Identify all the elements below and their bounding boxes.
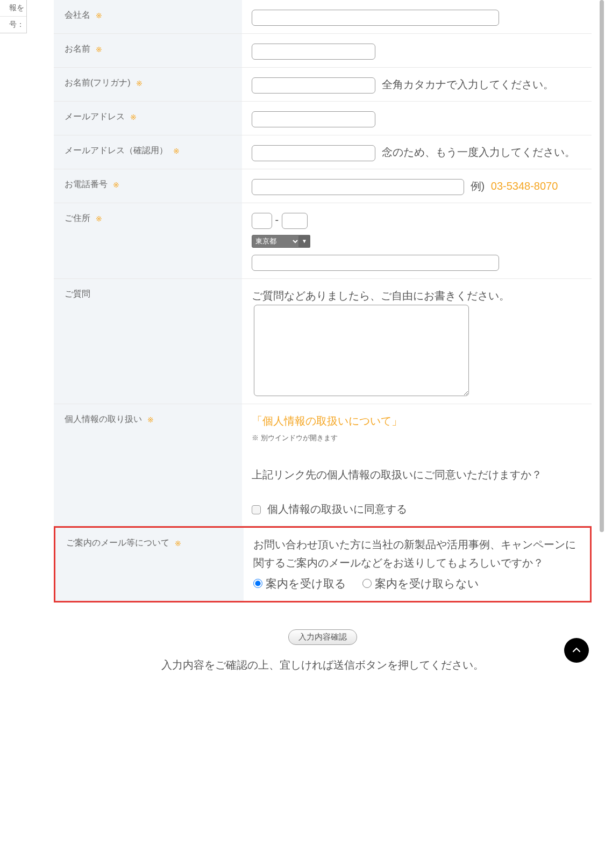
required-icon: ※ [173,147,180,155]
label-privacy: 個人情報の取り扱い [65,414,142,424]
privacy-note: ※ 別ウインドウが開きます [252,432,582,444]
chevron-up-icon [572,645,581,655]
privacy-consent-question: 上記リンク先の個人情報の取扱いにご同意いただけますか？ [252,465,582,484]
required-icon: ※ [113,181,119,189]
confirm-button[interactable]: 入力内容確認 [288,629,357,645]
row-question: ご質問 ご質問などありましたら、ご自由にお書きください。 [54,279,592,404]
prefecture-select[interactable]: 東京都 [252,235,300,248]
zip1-input[interactable] [252,213,272,229]
required-icon: ※ [175,539,181,548]
question-textarea[interactable] [254,305,469,396]
label-phone: お電話番号 [65,180,108,189]
label-kana: お名前(フリガナ) [65,78,131,87]
dropdown-icon[interactable]: ▼ [298,235,310,248]
sidebar-fragment-text: 号： [0,17,26,33]
required-icon: ※ [96,45,102,54]
phone-example-prefix: 例) [471,180,488,192]
required-icon: ※ [147,415,154,424]
label-company: 会社名 [65,10,90,19]
required-icon: ※ [130,113,137,121]
zip2-input[interactable] [282,213,308,229]
name-input[interactable] [252,44,375,60]
optin-yes-label: 案内を受け取る [266,574,346,593]
sidebar-fragment: 報を 号： [0,0,27,33]
required-icon: ※ [136,79,143,88]
kana-hint: 全角カタカナで入力してください。 [382,78,554,90]
label-email: メールアドレス [65,112,125,121]
contact-form: 会社名 ※ お名前 ※ お名前(フリガナ) ※ 全角カタカナで入力してください。… [54,0,592,672]
row-company: 会社名 ※ [54,0,592,34]
phone-input[interactable] [252,179,464,195]
row-privacy: 個人情報の取り扱い ※ 「個人情報の取扱いについて」 ※ 別ウインドウが開きます… [54,404,592,526]
email-confirm-hint: 念のため、もう一度入力してください。 [382,146,575,158]
row-name: お名前 ※ [54,34,592,68]
label-name: お名前 [65,44,90,53]
optin-yes-option[interactable]: 案内を受け取る [253,574,346,593]
email-input[interactable] [252,111,375,127]
row-email: メールアドレス ※ [54,102,592,135]
zip-separator: - [275,214,279,226]
optin-no-radio[interactable] [362,579,372,588]
label-email-confirm: メールアドレス（確認用） [65,146,168,155]
address-input[interactable] [252,255,499,271]
label-address: ご住所 [65,213,90,223]
required-icon: ※ [96,11,102,20]
optin-no-option[interactable]: 案内を受け取らない [362,574,479,593]
form-footnote: 入力内容をご確認の上、宜しければ送信ボタンを押してください。 [54,658,592,672]
email-confirm-input[interactable] [252,145,375,161]
privacy-agree-label: 個人情報の取扱いに同意する [267,503,407,515]
scrollbar[interactable] [600,0,604,532]
label-optin: ご案内のメール等について [66,538,169,547]
privacy-link[interactable]: 「個人情報の取扱いについて」 [252,415,402,427]
sidebar-fragment-text: 報を [0,0,26,17]
row-kana: お名前(フリガナ) ※ 全角カタカナで入力してください。 [54,68,592,102]
question-hint: ご質問などありましたら、ご自由にお書きください。 [252,290,510,302]
optin-no-label: 案内を受け取らない [375,574,479,593]
privacy-agree-checkbox[interactable] [252,505,261,514]
kana-input[interactable] [252,77,375,94]
company-input[interactable] [252,10,499,26]
row-optin: ご案内のメール等について ※ お問い合わせ頂いた方に当社の新製品や活用事例、キャ… [54,526,592,602]
row-phone: お電話番号 ※ 例) 03-5348-8070 [54,169,592,203]
required-icon: ※ [96,214,102,223]
row-address: ご住所 ※ - 東京都 ▼ [54,203,592,279]
row-email-confirm: メールアドレス（確認用） ※ 念のため、もう一度入力してください。 [54,135,592,169]
phone-example-value: 03-5348-8070 [491,180,558,192]
optin-question: お問い合わせ頂いた方に当社の新製品や活用事例、キャンペーンに関するご案内のメール… [253,535,580,572]
label-question: ご質問 [65,289,90,298]
optin-yes-radio[interactable] [253,579,262,588]
